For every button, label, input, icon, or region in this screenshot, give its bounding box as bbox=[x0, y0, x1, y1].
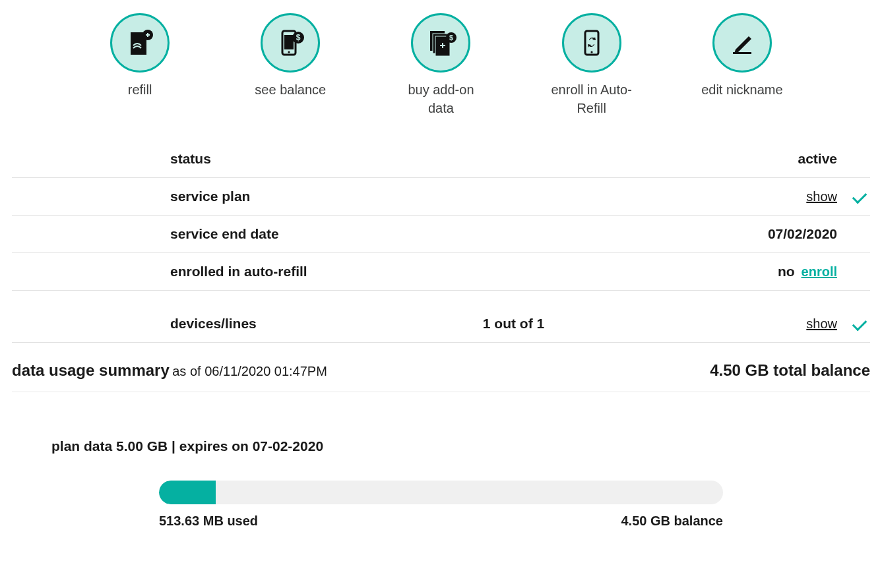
data-used-label: 513.63 MB used bbox=[159, 514, 258, 529]
svg-rect-3 bbox=[147, 33, 148, 37]
data-usage-progress: 513.63 MB used 4.50 GB balance bbox=[159, 481, 723, 529]
edit-nickname-action[interactable]: edit nickname bbox=[696, 13, 788, 117]
refill-icon bbox=[110, 13, 170, 73]
devices-lines-show-link[interactable]: show bbox=[806, 316, 837, 332]
svg-point-6 bbox=[288, 51, 290, 53]
auto-refill-value: no bbox=[778, 264, 795, 279]
buy-addon-action[interactable]: $ buy add-on data bbox=[394, 13, 487, 117]
service-end-date-value: 07/02/2020 bbox=[768, 226, 837, 242]
svg-rect-18 bbox=[733, 52, 751, 54]
status-label: status bbox=[170, 151, 329, 167]
devices-lines-count: 1 out of 1 bbox=[329, 316, 699, 332]
devices-lines-label: devices/lines bbox=[170, 316, 329, 332]
data-usage-asof-value: 06/11/2020 01:47PM bbox=[205, 364, 327, 378]
plan-data-text: plan data 5.00 GB | expires on 07-02-202… bbox=[51, 438, 870, 454]
data-usage-title: data usage summary bbox=[12, 361, 170, 379]
status-value: active bbox=[798, 151, 837, 167]
service-plan-label: service plan bbox=[170, 189, 329, 204]
status-row: status active bbox=[12, 140, 870, 178]
enroll-auto-refill-action[interactable]: enroll in Auto-Refill bbox=[546, 13, 638, 117]
enroll-auto-refill-label: enroll in Auto-Refill bbox=[546, 80, 638, 117]
progress-bar-fill bbox=[159, 481, 216, 504]
auto-refill-enroll-link[interactable]: enroll bbox=[802, 264, 837, 279]
devices-lines-row[interactable]: devices/lines 1 out of 1 show bbox=[12, 291, 870, 343]
svg-text:$: $ bbox=[449, 34, 453, 42]
auto-refill-row: enrolled in auto-refill no enroll bbox=[12, 253, 870, 291]
refill-action[interactable]: refill bbox=[94, 13, 186, 117]
chevron-down-icon[interactable] bbox=[852, 316, 867, 332]
data-usage-asof-prefix: as of bbox=[172, 364, 205, 378]
svg-rect-13 bbox=[442, 43, 443, 48]
buy-addon-icon: $ bbox=[411, 13, 470, 73]
buy-addon-label: buy add-on data bbox=[394, 80, 487, 117]
data-usage-header: data usage summary as of 06/11/2020 01:4… bbox=[12, 343, 870, 392]
edit-nickname-label: edit nickname bbox=[701, 80, 782, 99]
service-end-date-row: service end date 07/02/2020 bbox=[12, 216, 870, 253]
chevron-down-icon[interactable] bbox=[852, 189, 867, 204]
see-balance-label: see balance bbox=[255, 80, 326, 99]
progress-bar-track bbox=[159, 481, 723, 504]
plan-data-detail: plan data 5.00 GB | expires on 07-02-202… bbox=[51, 438, 870, 454]
svg-rect-5 bbox=[284, 35, 294, 49]
refill-label: refill bbox=[128, 80, 152, 99]
service-plan-row[interactable]: service plan show bbox=[12, 178, 870, 216]
account-info-rows: status active service plan show service … bbox=[12, 140, 870, 343]
svg-text:$: $ bbox=[296, 33, 301, 42]
auto-refill-icon bbox=[562, 13, 621, 73]
auto-refill-label: enrolled in auto-refill bbox=[170, 264, 329, 279]
data-usage-total-balance: 4.50 GB total balance bbox=[710, 361, 870, 380]
edit-icon bbox=[712, 13, 772, 73]
data-balance-label: 4.50 GB balance bbox=[621, 514, 723, 529]
service-end-date-label: service end date bbox=[170, 226, 329, 242]
phone-balance-icon: $ bbox=[261, 13, 320, 73]
see-balance-action[interactable]: $ see balance bbox=[244, 13, 336, 117]
service-plan-show-link[interactable]: show bbox=[806, 189, 837, 204]
action-icons-row: refill $ see balance $ buy add-on data e… bbox=[12, 13, 870, 117]
svg-point-17 bbox=[590, 51, 592, 53]
